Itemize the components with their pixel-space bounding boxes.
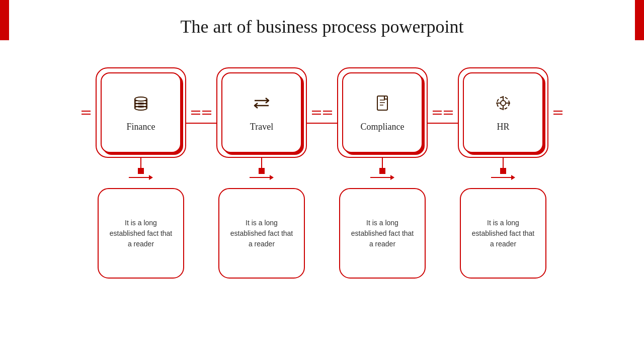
connector-square: [259, 168, 265, 174]
connector-line-top: [140, 158, 141, 168]
compliance-connector: [370, 158, 394, 188]
dash-line: [553, 114, 562, 115]
compliance-label: Compliance: [361, 122, 405, 132]
dash-line: [433, 111, 442, 112]
travel-bottom-box: It is a long established fact that a rea…: [218, 188, 305, 279]
dash-line: [444, 114, 453, 115]
connector-arrow: [491, 175, 515, 180]
column-compliance: Compliance It is a long established fact…: [322, 67, 443, 279]
finance-top-box-outer: Finance: [96, 67, 186, 158]
connector-line-top: [261, 158, 262, 168]
compliance-top-box-outer: Compliance: [337, 67, 428, 158]
dash-line: [191, 114, 200, 115]
finance-label: Finance: [127, 122, 155, 132]
travel-top-box-outer: Travel: [216, 67, 307, 158]
hr-description: It is a long established fact that a rea…: [469, 218, 537, 249]
finance-bottom-box: It is a long established fact that a rea…: [98, 188, 184, 279]
connector-square: [500, 168, 506, 174]
hr-icon: [493, 93, 513, 118]
connector-arrow: [129, 175, 153, 180]
hr-top-box-outer: HR: [458, 67, 548, 158]
dash-line: [82, 114, 91, 115]
hr-dash-left: [444, 111, 453, 115]
finance-description: It is a long established fact that a rea…: [107, 218, 175, 249]
compliance-top-box: Compliance: [342, 72, 423, 153]
travel-description: It is a long established fact that a rea…: [227, 218, 296, 249]
travel-dash-left: [202, 111, 211, 115]
hr-label: HR: [497, 122, 509, 132]
hr-top-box: HR: [463, 72, 543, 153]
svg-point-17: [501, 101, 506, 106]
travel-dash-right: [312, 111, 321, 115]
hr-dash-right: [553, 111, 562, 115]
hr-connector: [491, 158, 515, 188]
dash-line: [323, 114, 332, 115]
connector-square: [379, 168, 385, 174]
arrow-head: [390, 175, 394, 180]
arrow-line: [370, 177, 390, 178]
arrow-line: [250, 177, 270, 178]
dash-line: [202, 114, 211, 115]
dash-line: [323, 111, 332, 112]
compliance-bottom-box: It is a long established fact that a rea…: [339, 188, 426, 279]
column-hr: HR It is a long established fact that a …: [443, 67, 564, 279]
dash-line: [553, 111, 562, 112]
column-travel: Travel It is a long established fact tha…: [201, 67, 322, 279]
arrow-head: [511, 175, 515, 180]
compliance-dash-right: [433, 111, 442, 115]
arrow-line: [129, 177, 149, 178]
compliance-icon: [372, 93, 392, 118]
travel-icon: [252, 93, 272, 118]
finance-top-box: Finance: [101, 72, 181, 153]
columns-container: Finance It is a long established fact th…: [0, 67, 644, 279]
dash-line: [444, 111, 453, 112]
corner-accent-left: [0, 0, 9, 40]
column-finance: Finance It is a long established fact th…: [80, 67, 201, 279]
connector-line-top: [503, 158, 504, 168]
connector-arrow: [370, 175, 394, 180]
dash-line: [202, 111, 211, 112]
finance-icon: [131, 93, 151, 118]
svg-rect-12: [377, 96, 387, 110]
connector-square: [138, 168, 144, 174]
travel-label: Travel: [250, 122, 273, 132]
page-title: The art of business process powerpoint: [0, 0, 644, 37]
connector-arrow: [250, 175, 274, 180]
finance-dash-right: [191, 111, 200, 115]
dash-line: [312, 111, 321, 112]
travel-connector: [250, 158, 274, 188]
dash-line: [433, 114, 442, 115]
dash-line: [312, 114, 321, 115]
arrow-head: [149, 175, 153, 180]
travel-top-box: Travel: [221, 72, 302, 153]
compliance-dash-left: [323, 111, 332, 115]
finance-connector: [129, 158, 153, 188]
finance-dash-left: [82, 111, 91, 115]
dash-line: [82, 111, 91, 112]
hr-bottom-box: It is a long established fact that a rea…: [460, 188, 546, 279]
corner-accent-right: [635, 0, 644, 40]
dash-line: [191, 111, 200, 112]
compliance-description: It is a long established fact that a rea…: [348, 218, 417, 249]
svg-point-7: [135, 97, 147, 101]
arrow-line: [491, 177, 511, 178]
connector-line-top: [382, 158, 383, 168]
arrow-head: [270, 175, 274, 180]
